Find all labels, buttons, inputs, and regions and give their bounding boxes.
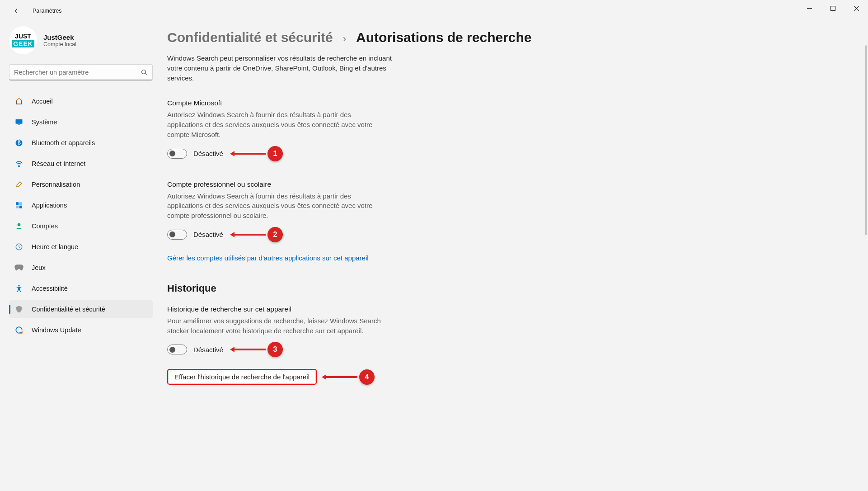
system-icon xyxy=(14,118,23,127)
gamepad-icon xyxy=(14,263,23,272)
sidebar-item-reseau[interactable]: Réseau et Internet xyxy=(9,155,153,173)
sidebar-item-label: Bluetooth et appareils xyxy=(32,139,95,146)
annotation-badge-1: 1 xyxy=(267,146,283,161)
sidebar-item-bluetooth[interactable]: Bluetooth et appareils xyxy=(9,134,153,152)
manage-accounts-link[interactable]: Gérer les comptes utilisés par d'autres … xyxy=(167,254,369,262)
minimize-button[interactable] xyxy=(798,0,821,16)
ms-account-title: Compte Microsoft xyxy=(167,99,850,107)
svg-rect-9 xyxy=(19,206,22,208)
person-icon xyxy=(14,222,23,231)
history-heading: Historique xyxy=(167,283,850,294)
sidebar-item-heure[interactable]: Heure et langue xyxy=(9,238,153,256)
avatar-line2: GEEK xyxy=(12,40,34,47)
annotation-4: 4 xyxy=(326,369,375,385)
sidebar-item-label: Accessibilité xyxy=(32,285,68,292)
home-icon xyxy=(14,97,23,106)
ms-account-toggle-label: Désactivé xyxy=(193,150,223,157)
avatar: JUST GEEK xyxy=(9,26,37,54)
svg-rect-6 xyxy=(16,202,19,205)
search-input[interactable] xyxy=(14,69,141,76)
sidebar-item-comptes[interactable]: Comptes xyxy=(9,217,153,235)
svg-point-10 xyxy=(18,223,21,227)
svg-point-1 xyxy=(142,70,146,74)
svg-rect-7 xyxy=(19,202,22,205)
device-history-toggle-label: Désactivé xyxy=(193,346,223,354)
clock-icon xyxy=(14,242,23,251)
breadcrumb: Confidentialité et sécurité › Autorisati… xyxy=(167,30,850,45)
shield-icon xyxy=(14,305,23,314)
svg-point-5 xyxy=(19,166,19,167)
device-history-desc: Pour améliorer vos suggestions de recher… xyxy=(167,316,393,336)
breadcrumb-parent[interactable]: Confidentialité et sécurité xyxy=(167,30,333,45)
sidebar-item-jeux[interactable]: Jeux xyxy=(9,259,153,277)
update-icon xyxy=(14,326,23,335)
sidebar-item-label: Accueil xyxy=(32,98,53,105)
maximize-button[interactable] xyxy=(821,0,845,16)
work-account-title: Compte professionnel ou scolaire xyxy=(167,180,850,189)
sidebar-item-accessibilite[interactable]: Accessibilité xyxy=(9,279,153,297)
device-history-toggle[interactable] xyxy=(167,345,187,354)
avatar-line1: JUST xyxy=(15,33,31,39)
work-account-toggle[interactable] xyxy=(167,230,187,240)
nav-list: Accueil Système Bluetooth et appareils R… xyxy=(9,92,153,339)
profile-name: JustGeek xyxy=(43,33,76,41)
app-title: Paramètres xyxy=(33,8,62,14)
scrollbar[interactable] xyxy=(865,45,867,235)
annotation-badge-3: 3 xyxy=(267,342,283,357)
brush-icon xyxy=(14,180,23,189)
sidebar-item-label: Personnalisation xyxy=(32,181,80,188)
chevron-right-icon: › xyxy=(343,33,346,45)
content-area: Confidentialité et sécurité › Autorisati… xyxy=(158,22,868,491)
ms-account-desc: Autorisez Windows Search à fournir des r… xyxy=(167,110,384,139)
breadcrumb-current: Autorisations de recherche xyxy=(356,30,531,45)
sidebar-item-label: Système xyxy=(32,118,57,126)
sidebar-item-personnalisation[interactable]: Personnalisation xyxy=(9,175,153,194)
svg-point-4 xyxy=(16,140,23,146)
sidebar-item-label: Heure et langue xyxy=(32,243,78,250)
annotation-3: 3 xyxy=(234,342,283,357)
titlebar: Paramètres xyxy=(0,0,868,22)
window-controls xyxy=(798,0,868,16)
profile-block[interactable]: JUST GEEK JustGeek Compte local xyxy=(9,26,158,54)
ms-account-toggle[interactable] xyxy=(167,149,187,159)
sidebar-item-confidentialite[interactable]: Confidentialité et sécurité xyxy=(9,300,153,318)
svg-rect-3 xyxy=(18,124,20,125)
annotation-badge-4: 4 xyxy=(359,369,375,385)
search-icon xyxy=(141,69,148,76)
close-button[interactable] xyxy=(845,0,868,16)
annotation-badge-2: 2 xyxy=(267,227,283,242)
apps-icon xyxy=(14,201,23,210)
work-account-toggle-label: Désactivé xyxy=(193,231,223,238)
sidebar-item-accueil[interactable]: Accueil xyxy=(9,92,153,110)
device-history-title: Historique de recherche sur cet appareil xyxy=(167,305,850,313)
svg-rect-2 xyxy=(16,119,23,124)
accessibility-icon xyxy=(14,284,23,293)
sidebar-item-systeme[interactable]: Système xyxy=(9,113,153,131)
wifi-icon xyxy=(14,159,23,168)
sidebar-item-label: Jeux xyxy=(32,264,46,271)
clear-history-button[interactable]: Effacer l'historique de recherche de l'a… xyxy=(167,369,317,385)
work-account-desc: Autorisez Windows Search à fournir des r… xyxy=(167,191,384,221)
bluetooth-icon xyxy=(14,138,23,147)
annotation-2: 2 xyxy=(234,227,283,242)
sidebar-item-update[interactable]: Windows Update xyxy=(9,321,153,339)
search-box[interactable] xyxy=(9,64,153,80)
sidebar-item-label: Comptes xyxy=(32,222,58,230)
svg-point-12 xyxy=(18,285,19,286)
annotation-1: 1 xyxy=(234,146,283,161)
intro-text: Windows Search peut personnaliser vos ré… xyxy=(167,53,393,83)
back-button[interactable] xyxy=(8,3,24,19)
profile-subtitle: Compte local xyxy=(43,41,76,47)
sidebar: JUST GEEK JustGeek Compte local Accueil … xyxy=(0,22,158,491)
svg-rect-8 xyxy=(16,206,19,208)
svg-rect-0 xyxy=(830,6,835,10)
sidebar-item-label: Applications xyxy=(32,202,67,209)
sidebar-item-label: Confidentialité et sécurité xyxy=(32,306,105,313)
sidebar-item-applications[interactable]: Applications xyxy=(9,196,153,214)
sidebar-item-label: Windows Update xyxy=(32,326,81,334)
sidebar-item-label: Réseau et Internet xyxy=(32,160,85,167)
